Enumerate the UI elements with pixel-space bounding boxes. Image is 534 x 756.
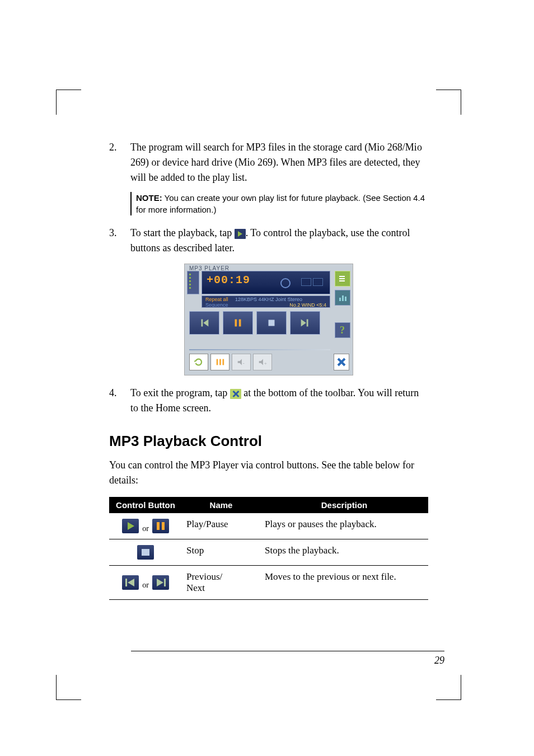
crop-mark (436, 675, 461, 700)
svg-rect-4 (339, 278, 345, 279)
track-label: No.2 WIND <5:4 (289, 302, 326, 308)
control-button-cell: or (109, 513, 182, 539)
shuffle-icon[interactable] (210, 354, 229, 370)
list-text: To start the playback, tap . To control … (130, 226, 428, 256)
page-footer: 29 (131, 651, 444, 666)
help-icon[interactable]: ? (335, 322, 350, 338)
or-text: or (142, 581, 149, 589)
repeat-icon[interactable] (189, 354, 208, 370)
svg-rect-3 (339, 276, 345, 277)
button-name: Stop (182, 539, 260, 566)
svg-rect-11 (219, 359, 221, 365)
playlist-icon[interactable] (335, 271, 350, 287)
svg-rect-6 (339, 298, 341, 301)
button-description: Plays or pauses the playback. (260, 513, 428, 539)
list-text: The program will search for MP3 files in… (130, 140, 428, 185)
player-bottom-row: - + (189, 354, 272, 370)
table-row: or Play/Pause Plays or pauses the playba… (109, 513, 428, 539)
close-icon[interactable] (334, 354, 349, 370)
svg-text:?: ? (340, 325, 345, 336)
svg-rect-10 (217, 359, 218, 365)
list-item-3: 3. To start the playback, tap . To contr… (109, 226, 428, 256)
volume-up-icon[interactable]: + (253, 354, 272, 370)
page-number: 29 (434, 655, 444, 666)
next-icon (152, 575, 169, 590)
crop-mark (56, 675, 81, 700)
table-row: Stop Stops the playback. (109, 539, 428, 566)
player-sidebar: ? (335, 271, 350, 338)
stop-icon (137, 545, 154, 560)
equalizer-icon (187, 271, 199, 294)
prev-button[interactable] (189, 311, 219, 335)
list-number: 2. (109, 140, 130, 185)
play-icon (122, 519, 139, 533)
bitrate-label: 128KBPS 44KHZ Joint Stereo (235, 297, 302, 302)
control-button-cell (109, 539, 182, 566)
control-button-cell: or (109, 566, 182, 600)
disc-icon (280, 278, 291, 288)
svg-rect-1 (239, 320, 241, 327)
or-text: or (142, 524, 149, 533)
svg-text:+: + (264, 360, 267, 366)
button-name: Previous/ Next (182, 566, 260, 600)
volume-meter-icon (301, 278, 323, 286)
section-heading: MP3 Playback Control (109, 433, 428, 450)
prev-icon (122, 575, 139, 590)
stop-button[interactable] (256, 311, 287, 335)
table-header: Description (260, 497, 428, 513)
list-item-4: 4. To exit the program, tap at the botto… (109, 386, 428, 416)
page-content: 2. The program will search for MP3 files… (109, 140, 428, 600)
text-before-icon: To start the playback, tap (130, 227, 235, 238)
button-description: Stops the playback. (260, 539, 428, 566)
svg-rect-12 (223, 359, 224, 365)
player-info-bar: Repeat all 128KBPS 44KHZ Joint Stereo Se… (202, 295, 330, 308)
svg-rect-5 (339, 280, 345, 281)
crop-mark (56, 90, 81, 115)
note-box: NOTE: You can create your own play list … (130, 192, 428, 215)
table-header: Control Button (109, 497, 182, 513)
note-label: NOTE: (136, 193, 162, 203)
next-button[interactable] (290, 311, 320, 335)
volume-down-icon[interactable]: - (232, 354, 251, 370)
list-text: To exit the program, tap at the bottom o… (130, 386, 428, 416)
player-display: +00:19 (202, 271, 330, 294)
divider (189, 349, 330, 350)
player-controls (189, 311, 320, 335)
text-before-icon: To exit the program, tap (130, 387, 230, 398)
svg-rect-8 (345, 297, 346, 301)
button-description: Moves to the previous or next file. (260, 566, 428, 600)
crop-mark (436, 90, 461, 115)
controls-table: Control Button Name Description or Play/… (109, 497, 428, 600)
svg-text:-: - (243, 360, 245, 366)
pause-button[interactable] (223, 311, 253, 335)
list-number: 3. (109, 226, 130, 256)
intro-text: You can control the MP3 Player via contr… (109, 458, 428, 488)
close-icon (230, 389, 241, 399)
note-text: You can create your own play list for fu… (136, 193, 425, 214)
list-number: 4. (109, 386, 130, 416)
table-header: Name (182, 497, 260, 513)
list-item-2: 2. The program will search for MP3 files… (109, 140, 428, 185)
sequence-label: Sequence (205, 302, 228, 308)
svg-rect-7 (342, 295, 344, 301)
repeat-label: Repeat all (205, 297, 228, 302)
player-time: +00:19 (207, 274, 250, 287)
svg-rect-2 (269, 320, 275, 326)
mp3-player-screenshot: MP3 PLAYER +00:19 Repeat all 128KBPS 44K… (184, 264, 353, 375)
play-icon (235, 229, 246, 239)
pause-icon (152, 519, 169, 533)
equalizer-button-icon[interactable] (335, 290, 350, 306)
svg-rect-0 (235, 320, 237, 327)
table-row: or Previous/ Next Moves to the previous … (109, 566, 428, 600)
button-name: Play/Pause (182, 513, 260, 539)
